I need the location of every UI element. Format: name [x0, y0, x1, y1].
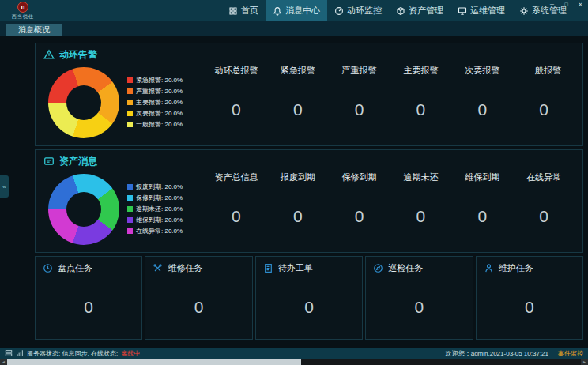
stat-label: 资产总信息	[205, 171, 267, 183]
alarm-panel-body: 紧急报警: 20.0% 严重报警: 20.0% 主要报警: 20.0% 次要报警…	[43, 62, 575, 143]
asset-stat-columns: 资产总信息0 报废到期0 保修到期0 逾期未还0 维保到期0 在线异常0	[205, 168, 575, 250]
asset-panel: 资产消息 报废到期: 20.0% 保修到期: 20.0% 逾期未还: 20.0%…	[35, 149, 583, 253]
legend-swatch	[127, 111, 133, 116]
task-value: 0	[36, 298, 141, 317]
horizontal-scrollbar[interactable]: ◂ ▸	[0, 359, 588, 365]
nav-item-asset-mgmt[interactable]: 资产管理	[389, 0, 450, 21]
alarm-donut-chart	[48, 67, 119, 138]
task-value: 0	[477, 298, 582, 317]
app-window: n 西当悦佳 首页 消息中心 动环监控 资产管理 运维管理	[0, 0, 588, 365]
stat-value: 0	[513, 100, 575, 119]
legend-item: 主要报警: 20.0%	[127, 98, 183, 107]
legend-item: 在线异常: 20.0%	[127, 227, 183, 235]
task-title: 维修任务	[168, 262, 202, 274]
legend-swatch	[127, 100, 133, 105]
stat-column: 保修到期0	[329, 168, 390, 250]
nav-item-label: 运维管理	[470, 5, 505, 17]
task-card-inspection[interactable]: 巡检任务 0	[365, 256, 473, 340]
stat-label: 报废到期	[267, 171, 329, 183]
legend-swatch	[127, 184, 133, 190]
stat-column: 严重报警0	[329, 62, 390, 143]
logo-text: 西当悦佳	[12, 13, 34, 21]
task-card-workorder[interactable]: 待办工单 0	[255, 256, 363, 340]
donut-hole	[66, 85, 101, 120]
stat-column: 一般报警0	[513, 62, 575, 143]
logo-icon: n	[17, 2, 28, 13]
scroll-left-arrow[interactable]: ◂	[0, 359, 7, 365]
stat-label: 一般报警	[513, 65, 575, 77]
stat-column: 紧急报警0	[267, 62, 329, 143]
minimize-button[interactable]: ─	[548, 1, 556, 8]
stat-column: 主要报警0	[390, 62, 451, 143]
tab-message-overview[interactable]: 消息概况	[6, 24, 62, 36]
legend-label: 报废到期: 20.0%	[136, 182, 183, 191]
task-title: 维护任务	[499, 262, 533, 274]
nav-item-message-center[interactable]: 消息中心	[266, 0, 327, 21]
stat-value: 0	[451, 100, 513, 119]
stat-label: 次要报警	[451, 65, 513, 77]
legend-label: 在线异常: 20.0%	[136, 227, 183, 235]
legend-swatch	[127, 217, 133, 223]
task-card-header: 维修任务	[153, 262, 244, 274]
stat-value: 0	[451, 207, 513, 226]
stat-column: 报废到期0	[267, 168, 329, 250]
alarm-chart-legend: 紧急报警: 20.0% 严重报警: 20.0% 主要报警: 20.0% 次要报警…	[127, 76, 183, 129]
legend-label: 严重报警: 20.0%	[136, 87, 183, 96]
main-nav: 首页 消息中心 动环监控 资产管理 运维管理 系统管理	[221, 0, 574, 21]
stat-value: 0	[329, 100, 390, 119]
alarm-panel-title: 动环告警	[43, 47, 575, 62]
task-card-repair[interactable]: 维修任务 0	[145, 256, 252, 340]
stat-column: 逾期未还0	[390, 168, 451, 250]
scrollbar-thumb[interactable]	[7, 359, 301, 365]
window-controls: ─ □ ✕	[548, 1, 585, 8]
nav-item-home[interactable]: 首页	[221, 0, 266, 21]
stat-column: 次要报警0	[451, 62, 513, 143]
sidebar-collapse-handle[interactable]: «	[0, 175, 9, 198]
stat-value: 0	[329, 207, 390, 226]
task-value: 0	[366, 298, 472, 317]
stat-value: 0	[390, 207, 451, 226]
nav-item-ops-mgmt[interactable]: 运维管理	[450, 0, 512, 21]
stat-column: 动环总报警0	[205, 62, 267, 143]
legend-swatch	[127, 77, 133, 83]
server-icon	[5, 349, 13, 357]
task-card-maintenance[interactable]: 维护任务 0	[476, 256, 583, 340]
task-card-header: 待办工单	[263, 262, 355, 274]
task-title: 待办工单	[278, 262, 313, 274]
app-logo: n 西当悦佳	[5, 2, 41, 21]
stat-label: 主要报警	[390, 65, 451, 77]
panel-title-text: 动环告警	[59, 48, 97, 62]
main-content: 动环告警 紧急报警: 20.0% 严重报警: 20.0% 主要报警: 20.0%…	[0, 36, 588, 348]
task-value: 0	[256, 298, 362, 317]
legend-item: 严重报警: 20.0%	[127, 87, 183, 96]
stat-label: 动环总报警	[205, 65, 267, 77]
asset-chart-legend: 报废到期: 20.0% 保修到期: 20.0% 逾期未还: 20.0% 维保到期…	[127, 182, 183, 235]
stat-column: 资产总信息0	[205, 168, 267, 250]
stat-column: 维保到期0	[451, 168, 513, 250]
nav-item-label: 资产管理	[409, 5, 443, 17]
stat-column: 在线异常0	[513, 168, 575, 250]
legend-item: 逾期未还: 20.0%	[127, 205, 183, 213]
offline-alert-text: 离线中	[121, 349, 140, 358]
task-card-header: 维护任务	[484, 262, 575, 274]
legend-label: 逾期未还: 20.0%	[136, 205, 183, 213]
stat-value: 0	[205, 100, 267, 119]
legend-swatch	[127, 88, 133, 94]
alarm-stat-columns: 动环总报警0 紧急报警0 严重报警0 主要报警0 次要报警0 一般报警0	[205, 62, 575, 143]
task-card-inventory[interactable]: 盘点任务 0	[35, 256, 142, 340]
warning-triangle-icon	[43, 49, 55, 60]
home-icon	[228, 6, 238, 16]
event-monitor-link[interactable]: 事件监控	[558, 349, 583, 358]
stat-label: 保修到期	[329, 171, 390, 183]
scroll-right-arrow[interactable]: ▸	[581, 359, 588, 365]
maximize-button[interactable]: □	[562, 1, 571, 8]
legend-item: 报废到期: 20.0%	[127, 182, 183, 191]
status-bar: 服务器状态: 信息同步, 在线状态: 离线中 欢迎您：admin,2021-03…	[0, 348, 588, 359]
alarm-panel: 动环告警 紧急报警: 20.0% 严重报警: 20.0% 主要报警: 20.0%…	[35, 43, 583, 146]
clock-icon	[43, 263, 53, 273]
nav-item-env-monitor[interactable]: 动环监控	[327, 0, 389, 21]
bell-icon	[273, 6, 282, 16]
close-button[interactable]: ✕	[576, 1, 585, 8]
legend-label: 维保到期: 20.0%	[136, 216, 183, 224]
legend-swatch	[127, 206, 133, 212]
